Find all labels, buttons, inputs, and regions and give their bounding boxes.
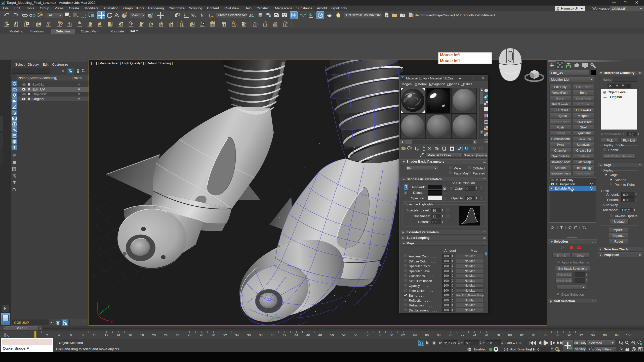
svg-text:x: x (111, 320, 113, 324)
svg-text:{…}: {…} (209, 13, 215, 18)
svg-text:y: y (108, 304, 110, 308)
svg-text:0: 0 (451, 147, 453, 151)
svg-text:i: i (15, 21, 16, 25)
svg-text:y: y (275, 313, 277, 317)
svg-text:%: % (191, 13, 194, 17)
svg-text:3: 3 (178, 13, 180, 16)
